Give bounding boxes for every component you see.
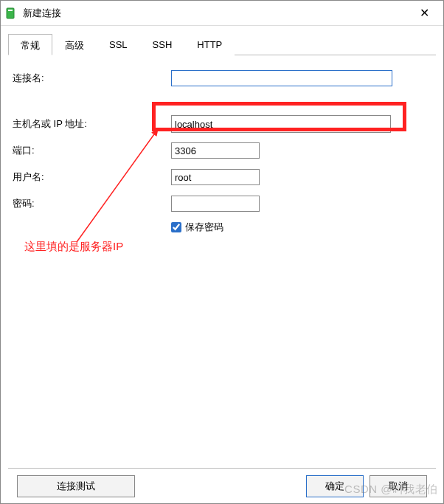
password-input[interactable] <box>171 196 260 212</box>
label-port: 端口: <box>13 144 171 157</box>
client-area: 常规 高级 SSL SSH HTTP 连接名: 主机名或 IP 地址: 端 <box>1 26 443 503</box>
label-conn-name: 连接名: <box>13 72 171 85</box>
dialog-window: 新建连接 ✕ 常规 高级 SSL SSH HTTP 连接名: 主机名或 IP 地… <box>0 0 444 504</box>
save-password-label[interactable]: 保存密码 <box>185 221 223 234</box>
test-connection-button[interactable]: 连接测试 <box>17 475 135 497</box>
tab-http[interactable]: HTTP <box>184 34 235 55</box>
label-user: 用户名: <box>13 170 171 184</box>
label-host: 主机名或 IP 地址: <box>13 117 171 131</box>
app-icon <box>5 7 17 19</box>
tabs: 常规 高级 SSL SSH HTTP <box>8 33 436 55</box>
user-input[interactable] <box>171 169 260 185</box>
host-input[interactable] <box>171 115 391 133</box>
tab-general[interactable]: 常规 <box>8 34 52 55</box>
port-input[interactable] <box>171 142 260 159</box>
save-password-checkbox[interactable] <box>171 222 181 232</box>
form: 连接名: 主机名或 IP 地址: 端口: 用户名: <box>8 55 436 468</box>
tab-advanced[interactable]: 高级 <box>52 34 97 55</box>
window-title: 新建连接 <box>23 7 409 20</box>
ok-button[interactable]: 确定 <box>306 475 364 497</box>
tab-ssh[interactable]: SSH <box>140 34 185 55</box>
footer: 连接测试 确定 取消 <box>8 468 436 503</box>
svg-rect-1 <box>8 10 13 11</box>
titlebar: 新建连接 ✕ <box>1 1 443 26</box>
conn-name-input[interactable] <box>171 70 392 86</box>
annotation-text: 这里填的是服务器IP <box>24 240 123 254</box>
cancel-button[interactable]: 取消 <box>370 475 427 497</box>
label-password: 密码: <box>13 197 171 210</box>
tab-ssl[interactable]: SSL <box>97 34 140 55</box>
close-icon[interactable]: ✕ <box>409 1 439 25</box>
